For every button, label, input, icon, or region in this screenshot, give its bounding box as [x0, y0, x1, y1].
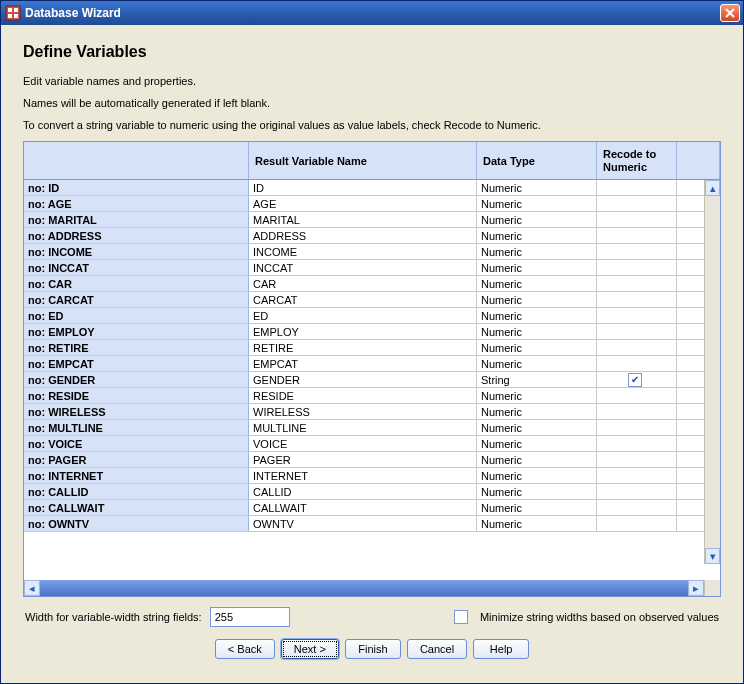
cell-recode[interactable] [597, 516, 677, 531]
cell-data-type[interactable]: Numeric [477, 500, 597, 515]
cell-result-name[interactable]: VOICE [249, 436, 477, 451]
cell-result-name[interactable]: INCCAT [249, 260, 477, 275]
cell-data-type[interactable]: Numeric [477, 244, 597, 259]
cell-recode[interactable] [597, 388, 677, 403]
cell-data-type[interactable]: Numeric [477, 196, 597, 211]
cell-recode[interactable] [597, 452, 677, 467]
cell-data-type[interactable]: Numeric [477, 324, 597, 339]
scroll-corner [704, 580, 720, 596]
close-button[interactable] [720, 4, 740, 22]
cell-data-type[interactable]: Numeric [477, 276, 597, 291]
cell-recode[interactable] [597, 436, 677, 451]
cell-result-name[interactable]: MULTLINE [249, 420, 477, 435]
cell-result-name[interactable]: CARCAT [249, 292, 477, 307]
column-header-spacer [677, 142, 720, 179]
cell-recode[interactable] [597, 420, 677, 435]
cell-recode[interactable] [597, 468, 677, 483]
cell-result-name[interactable]: ID [249, 180, 477, 195]
cell-data-type[interactable]: Numeric [477, 516, 597, 531]
cell-data-type[interactable]: Numeric [477, 308, 597, 323]
column-header-source[interactable] [24, 142, 249, 179]
cell-data-type[interactable]: Numeric [477, 404, 597, 419]
help-button[interactable]: Help [473, 639, 529, 659]
cell-source: no: RESIDE [24, 388, 249, 403]
cell-recode[interactable] [597, 324, 677, 339]
cell-recode[interactable] [597, 196, 677, 211]
cell-result-name[interactable]: RESIDE [249, 388, 477, 403]
cell-data-type[interactable]: Numeric [477, 468, 597, 483]
cell-recode[interactable] [597, 500, 677, 515]
cell-recode[interactable] [597, 260, 677, 275]
scroll-right-arrow-icon[interactable]: ▸ [688, 580, 704, 596]
cell-result-name[interactable]: WIRELESS [249, 404, 477, 419]
table-row: no: OWNTVOWNTVNumeric [24, 516, 720, 532]
cell-result-name[interactable]: GENDER [249, 372, 477, 387]
instruction-line-2: Names will be automatically generated if… [23, 97, 721, 109]
cell-recode[interactable] [597, 340, 677, 355]
vertical-scrollbar[interactable]: ▴ ▾ [704, 180, 720, 564]
column-header-recode[interactable]: Recode to Numeric [597, 142, 677, 179]
cell-recode[interactable] [597, 308, 677, 323]
finish-button[interactable]: Finish [345, 639, 401, 659]
cell-result-name[interactable]: INTERNET [249, 468, 477, 483]
cancel-button[interactable]: Cancel [407, 639, 467, 659]
app-icon [5, 5, 21, 21]
recode-checkbox[interactable] [628, 373, 642, 387]
cell-recode[interactable] [597, 484, 677, 499]
column-header-datatype[interactable]: Data Type [477, 142, 597, 179]
cell-result-name[interactable]: RETIRE [249, 340, 477, 355]
cell-data-type[interactable]: Numeric [477, 228, 597, 243]
cell-result-name[interactable]: INCOME [249, 244, 477, 259]
minimize-widths-checkbox[interactable] [454, 610, 468, 624]
table-row: no: CARCARNumeric [24, 276, 720, 292]
cell-recode[interactable] [597, 404, 677, 419]
cell-result-name[interactable]: CAR [249, 276, 477, 291]
table-row: no: CARCATCARCATNumeric [24, 292, 720, 308]
cell-data-type[interactable]: Numeric [477, 420, 597, 435]
back-button[interactable]: < Back [215, 639, 275, 659]
cell-source: no: EMPCAT [24, 356, 249, 371]
cell-data-type[interactable]: Numeric [477, 452, 597, 467]
cell-data-type[interactable]: Numeric [477, 212, 597, 227]
cell-result-name[interactable]: AGE [249, 196, 477, 211]
cell-result-name[interactable]: MARITAL [249, 212, 477, 227]
table-row: no: EMPCATEMPCATNumeric [24, 356, 720, 372]
cell-data-type[interactable]: Numeric [477, 484, 597, 499]
cell-recode[interactable] [597, 180, 677, 195]
cell-result-name[interactable]: ED [249, 308, 477, 323]
cell-result-name[interactable]: EMPCAT [249, 356, 477, 371]
cell-recode[interactable] [597, 244, 677, 259]
cell-data-type[interactable]: Numeric [477, 436, 597, 451]
cell-result-name[interactable]: OWNTV [249, 516, 477, 531]
cell-data-type[interactable]: Numeric [477, 260, 597, 275]
table-row: no: GENDERGENDERString [24, 372, 720, 388]
cell-result-name[interactable]: EMPLOY [249, 324, 477, 339]
cell-data-type[interactable]: Numeric [477, 180, 597, 195]
cell-result-name[interactable]: CALLID [249, 484, 477, 499]
vertical-scroll-track[interactable] [705, 196, 720, 548]
horizontal-scroll-track[interactable] [40, 580, 688, 596]
next-button[interactable]: Next > [281, 639, 339, 659]
cell-recode[interactable] [597, 212, 677, 227]
width-field-input[interactable] [210, 607, 290, 627]
scroll-up-arrow-icon[interactable]: ▴ [705, 180, 720, 196]
cell-result-name[interactable]: CALLWAIT [249, 500, 477, 515]
scroll-left-arrow-icon[interactable]: ◂ [24, 580, 40, 596]
cell-data-type[interactable]: String [477, 372, 597, 387]
cell-data-type[interactable]: Numeric [477, 292, 597, 307]
cell-result-name[interactable]: PAGER [249, 452, 477, 467]
cell-source: no: WIRELESS [24, 404, 249, 419]
cell-source: no: PAGER [24, 452, 249, 467]
column-header-result[interactable]: Result Variable Name [249, 142, 477, 179]
cell-recode[interactable] [597, 228, 677, 243]
cell-result-name[interactable]: ADDRESS [249, 228, 477, 243]
cell-recode[interactable] [597, 276, 677, 291]
cell-data-type[interactable]: Numeric [477, 340, 597, 355]
cell-recode[interactable] [597, 356, 677, 371]
cell-data-type[interactable]: Numeric [477, 356, 597, 371]
scroll-down-arrow-icon[interactable]: ▾ [705, 548, 720, 564]
cell-data-type[interactable]: Numeric [477, 388, 597, 403]
cell-recode[interactable] [597, 292, 677, 307]
cell-recode[interactable] [597, 372, 677, 387]
horizontal-scrollbar[interactable]: ◂ ▸ [24, 580, 720, 596]
